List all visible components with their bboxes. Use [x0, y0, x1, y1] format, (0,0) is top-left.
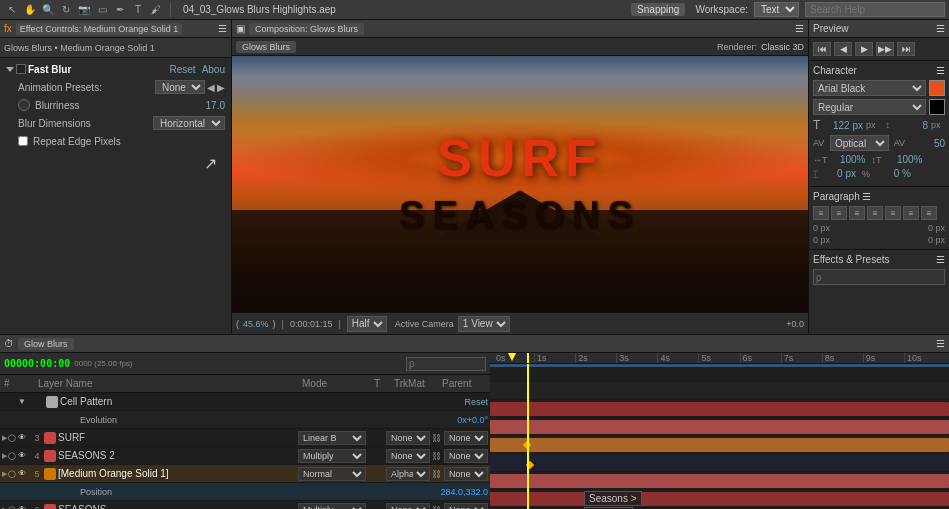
brush-tool[interactable]: 🖌: [148, 2, 164, 18]
stroke-color-box[interactable]: [929, 99, 945, 115]
layer-reset-cell[interactable]: Reset: [464, 397, 488, 407]
prev-fwd[interactable]: ▶▶: [876, 42, 894, 56]
layer-mode-3[interactable]: Linear B: [298, 431, 366, 445]
reset-button[interactable]: Reset: [170, 64, 196, 75]
layer-parent-3[interactable]: None: [444, 431, 488, 445]
character-menu[interactable]: ☰: [936, 65, 945, 76]
height-value[interactable]: 100%: [888, 154, 923, 165]
layer-mode-6[interactable]: Multiply: [298, 503, 366, 510]
timecode-display[interactable]: 0:00:01:15: [290, 319, 333, 329]
blur-dimensions-select[interactable]: Horizontal: [153, 116, 225, 130]
layer-parent-6[interactable]: None: [444, 503, 488, 510]
anim-presets-arrow-left[interactable]: ◀: [207, 82, 215, 93]
view-select[interactable]: 1 View: [458, 316, 510, 332]
blurriness-row: Blurriness 17.0: [4, 96, 227, 114]
expand-3[interactable]: ▶: [2, 434, 7, 442]
layer-track-5[interactable]: Alpha: [386, 467, 430, 481]
font-size[interactable]: 122 px: [828, 120, 863, 131]
panel-menu-icon[interactable]: ☰: [218, 23, 227, 34]
prev-last[interactable]: ⏭: [897, 42, 915, 56]
font-select[interactable]: Arial Black: [813, 80, 926, 96]
anim-presets-arrow-right[interactable]: ▶: [217, 82, 225, 93]
paragraph-tab[interactable]: Paragraph: [813, 191, 860, 202]
width-value[interactable]: 100%: [831, 154, 866, 165]
baseline-value[interactable]: 0 px: [821, 168, 856, 179]
character-tab[interactable]: Character: [813, 65, 857, 76]
align-justify-all[interactable]: ≡: [921, 206, 937, 220]
repeat-edge-checkbox[interactable]: [18, 136, 28, 146]
timecode-display[interactable]: 00000:00:00: [4, 358, 70, 369]
prev-play[interactable]: ▶: [855, 42, 873, 56]
evolution-value[interactable]: 0x+0.0°: [457, 415, 488, 425]
layer-vis-4[interactable]: 👁: [18, 451, 30, 460]
quality-select[interactable]: Half: [347, 316, 387, 332]
solo-3[interactable]: ◯: [8, 434, 16, 442]
fast-blur-toggle[interactable]: [6, 67, 14, 72]
kerning-select[interactable]: Optical: [830, 135, 889, 151]
layer-mode-5[interactable]: Normal: [298, 467, 366, 481]
layer-vis-5[interactable]: 👁: [18, 469, 30, 478]
right-panel: Preview ☰ ⏮ ◀ ▶ ▶▶ ⏭ Character ☰ Arial B…: [809, 20, 949, 334]
layer-toggle-0[interactable]: ▼: [18, 397, 30, 406]
timeline-menu[interactable]: ☰: [936, 338, 945, 349]
align-justify-right[interactable]: ≡: [903, 206, 919, 220]
layer-parent-5[interactable]: None: [444, 467, 488, 481]
arrow-tool[interactable]: ↖: [4, 2, 20, 18]
zoom-value[interactable]: 45.6%: [243, 319, 269, 329]
layer-track-3[interactable]: None: [386, 431, 430, 445]
prev-first[interactable]: ⏮: [813, 42, 831, 56]
blurriness-value[interactable]: 17.0: [206, 100, 225, 111]
tsume-value[interactable]: 0 %: [876, 168, 911, 179]
prev-back[interactable]: ◀: [834, 42, 852, 56]
align-center[interactable]: ≡: [831, 206, 847, 220]
snapping-label[interactable]: Snapping: [631, 3, 685, 16]
layer-parent-4[interactable]: None: [444, 449, 488, 463]
layer-search[interactable]: [406, 357, 486, 371]
pen-tool[interactable]: ✒: [112, 2, 128, 18]
effects-menu[interactable]: ☰: [936, 254, 945, 265]
solo-6[interactable]: ◯: [8, 506, 16, 510]
align-right[interactable]: ≡: [849, 206, 865, 220]
blurriness-stopwatch[interactable]: [18, 99, 30, 111]
text-color-box[interactable]: [929, 80, 945, 96]
layer-vis-3[interactable]: 👁: [18, 433, 30, 442]
search-help-input[interactable]: [805, 2, 945, 17]
layer-mode-4[interactable]: Multiply: [298, 449, 366, 463]
track-bar-4: [490, 420, 949, 434]
solo-5[interactable]: ◯: [8, 470, 16, 478]
style-select[interactable]: Regular: [813, 99, 926, 115]
text-tool[interactable]: T: [130, 2, 146, 18]
timeline-tab[interactable]: Glow Blurs: [18, 338, 74, 350]
expand-4[interactable]: ▶: [2, 452, 7, 460]
comp-tab[interactable]: Composition: Glows Blurs: [249, 23, 364, 35]
anim-presets-select[interactable]: None: [155, 80, 205, 94]
layer-track-6[interactable]: None: [386, 503, 430, 510]
expand-5[interactable]: ▶: [2, 470, 7, 478]
layer-vis-6[interactable]: 👁: [18, 505, 30, 509]
align-justify-left[interactable]: ≡: [867, 206, 883, 220]
comp-menu[interactable]: ☰: [795, 23, 804, 34]
position-value[interactable]: 284.0,332.0: [440, 487, 488, 497]
camera-tool[interactable]: 📷: [76, 2, 92, 18]
comp-inner-tab[interactable]: Glows Blurs: [236, 41, 296, 53]
about-button[interactable]: Abou: [202, 64, 225, 75]
para-menu[interactable]: ☰: [862, 191, 871, 202]
time-ruler: 0s 1s 2s 3s 4s 5s 6s 7s 8s 9s 10s: [490, 353, 949, 364]
fast-blur-enable[interactable]: [16, 64, 26, 74]
layer-track-4[interactable]: None: [386, 449, 430, 463]
preview-menu[interactable]: ☰: [936, 23, 945, 34]
effects-search-input[interactable]: [813, 269, 945, 285]
align-left[interactable]: ≡: [813, 206, 829, 220]
hand-tool[interactable]: ✋: [22, 2, 38, 18]
solo-4[interactable]: ◯: [8, 452, 16, 460]
effects-presets-tab[interactable]: Effects & Presets: [813, 254, 890, 265]
preview-tab[interactable]: Preview: [813, 23, 849, 34]
expand-6[interactable]: ▶: [2, 506, 7, 510]
rotate-tool[interactable]: ↻: [58, 2, 74, 18]
tracking-value[interactable]: 50: [910, 138, 945, 149]
workspace-select[interactable]: Text: [754, 2, 799, 17]
align-justify-center[interactable]: ≡: [885, 206, 901, 220]
effect-controls-tab[interactable]: Effect Controls: Medium Orange Solid 1: [16, 23, 182, 35]
zoom-tool[interactable]: 🔍: [40, 2, 56, 18]
shape-tool[interactable]: ▭: [94, 2, 110, 18]
